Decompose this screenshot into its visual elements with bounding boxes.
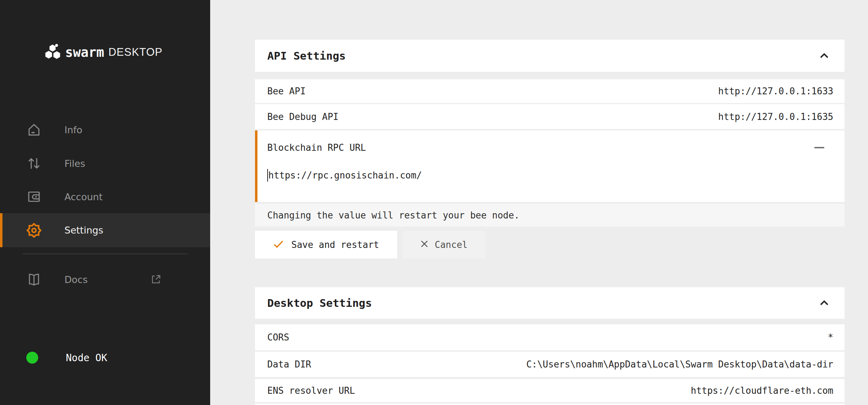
desktop-settings-header[interactable]: Desktop Settings: [255, 287, 845, 319]
swarm-desktop-window: { "brand": { "name": "swarm", "suffix": …: [0, 0, 868, 405]
sidebar-item-files[interactable]: Files: [0, 147, 210, 180]
setting-value: C:\Users\noahm\AppData\Local\Swarm Deskt…: [526, 359, 833, 370]
setting-value: http://127.0.0.1:1633: [718, 86, 833, 96]
setting-row-bee-debug-api[interactable]: Bee Debug API http://127.0.0.1:1635: [255, 104, 845, 129]
section-title: API Settings: [267, 49, 346, 62]
swarm-logo-icon: [44, 43, 62, 61]
sidebar-item-info[interactable]: Info: [0, 113, 210, 147]
gear-icon: [27, 223, 41, 238]
wallet-icon: [27, 189, 41, 204]
section-title: Desktop Settings: [267, 297, 372, 309]
setting-label: Bee API: [267, 86, 306, 96]
chevron-up-icon: [820, 300, 829, 306]
brand-name: swarm: [65, 45, 104, 60]
home-icon: [27, 122, 41, 137]
sidebar-item-label: Info: [64, 124, 82, 135]
app-logo: swarm DESKTOP: [44, 41, 163, 63]
check-icon: [273, 240, 284, 250]
setting-row-data-dir[interactable]: Data DIR C:\Users\noahm\AppData\Local\Sw…: [255, 352, 845, 377]
rpc-editor-header: Blockchain RPC URL: [267, 142, 833, 153]
sidebar-item-label: Docs: [64, 274, 88, 285]
sidebar-item-label: Settings: [64, 225, 103, 236]
collapse-minus-icon[interactable]: [814, 147, 824, 148]
save-button-label: Save and restart: [291, 239, 379, 250]
setting-editor-blockchain-rpc: Blockchain RPC URL https://rpc.gnosischa…: [255, 130, 845, 202]
restart-note: Changing the value will restart your bee…: [255, 204, 845, 227]
node-status-dot: [26, 352, 38, 364]
setting-row-ens-resolver[interactable]: ENS resolver URL https://cloudflare-eth.…: [255, 379, 845, 402]
selected-indicator-bar: [0, 213, 2, 247]
text-caret: [267, 169, 268, 182]
transfer-arrows-icon: [27, 156, 41, 171]
cancel-button-label: Cancel: [435, 239, 468, 250]
setting-label: ENS resolver URL: [267, 385, 355, 396]
node-status: Node OK: [26, 351, 107, 364]
chevron-up-icon: [820, 53, 829, 59]
setting-row-partial: [255, 404, 845, 405]
node-status-label: Node OK: [66, 352, 107, 364]
sidebar-item-label: Account: [64, 191, 103, 202]
sidebar-divider: [22, 254, 188, 254]
setting-row-bee-api[interactable]: Bee API http://127.0.0.1:1633: [255, 79, 845, 103]
sidebar-item-account[interactable]: Account: [0, 180, 210, 214]
setting-label: Bee Debug API: [267, 112, 339, 122]
setting-label: Data DIR: [267, 359, 311, 370]
setting-value: http://127.0.0.1:1635: [718, 112, 833, 122]
close-icon: [420, 240, 428, 249]
sidebar-item-docs[interactable]: Docs: [0, 263, 210, 296]
sidebar-item-settings[interactable]: Settings: [0, 213, 210, 247]
setting-value: *: [828, 332, 833, 343]
setting-label: Blockchain RPC URL: [267, 142, 366, 153]
api-settings-header[interactable]: API Settings: [255, 40, 845, 72]
external-link-icon: [150, 273, 162, 286]
save-and-restart-button[interactable]: Save and restart: [255, 231, 397, 258]
cancel-button[interactable]: Cancel: [402, 231, 485, 258]
rpc-url-input[interactable]: https://rpc.gnosischain.com/: [267, 169, 833, 182]
sidebar-item-label: Files: [64, 158, 85, 169]
book-icon: [27, 272, 41, 287]
rpc-url-value: https://rpc.gnosischain.com/: [268, 170, 422, 181]
setting-value: https://cloudflare-eth.com: [691, 385, 833, 396]
setting-row-cors[interactable]: CORS *: [255, 324, 845, 350]
setting-label: CORS: [267, 332, 289, 343]
restart-note-text: Changing the value will restart your bee…: [267, 210, 519, 221]
sidebar: swarm DESKTOP Info Files Acc: [0, 0, 210, 405]
brand-suffix: DESKTOP: [108, 46, 163, 59]
